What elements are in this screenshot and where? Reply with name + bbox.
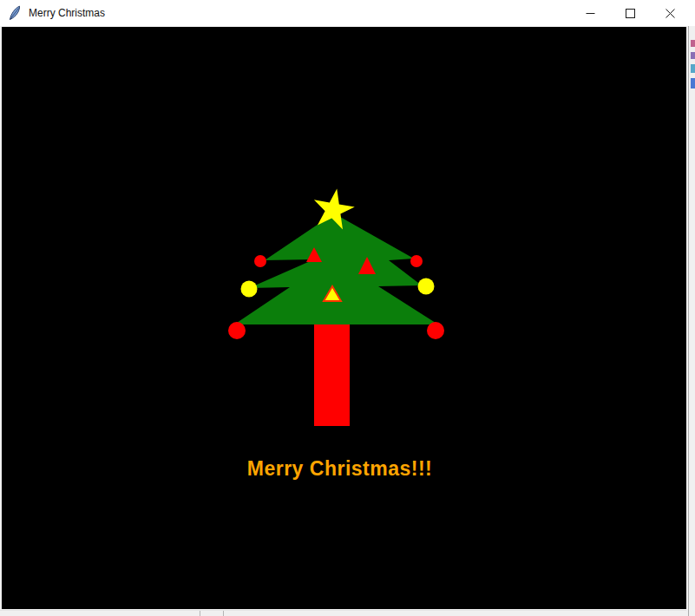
tree-body <box>234 213 438 324</box>
turtle-canvas: Merry Christmas!!! <box>2 27 686 609</box>
tree-trunk <box>314 322 350 426</box>
minimize-button[interactable] <box>570 0 610 26</box>
window-controls <box>570 0 690 26</box>
window-right-border <box>686 26 695 616</box>
ornament-ball-red-left <box>254 255 266 267</box>
close-icon <box>665 9 675 18</box>
window-border-line <box>688 26 689 616</box>
ornament-ball-red-bottom-left <box>228 322 246 339</box>
scrollbar-divider <box>200 611 200 616</box>
background-bleed <box>691 78 695 88</box>
title-bar[interactable]: Merry Christmas <box>0 0 695 26</box>
background-bleed <box>691 64 695 73</box>
ornament-ball-red-right <box>410 255 423 267</box>
ornament-ball-yellow-left <box>241 281 258 298</box>
maximize-icon <box>626 9 635 18</box>
horizontal-scrollbar[interactable] <box>0 610 695 616</box>
greeting-text: Merry Christmas!!! <box>0 457 682 481</box>
ornament-ball-yellow-right <box>418 279 435 295</box>
background-bleed <box>691 52 695 59</box>
window-title: Merry Christmas <box>29 7 105 19</box>
background-bleed <box>691 40 695 47</box>
close-button[interactable] <box>650 0 690 26</box>
tk-feather-icon[interactable] <box>8 5 22 21</box>
scrollbar-divider <box>223 611 224 616</box>
turtle-drawing <box>2 27 686 609</box>
ornament-ball-red-bottom-right <box>427 322 444 339</box>
minimize-icon <box>586 9 595 18</box>
maximize-button[interactable] <box>610 0 650 26</box>
